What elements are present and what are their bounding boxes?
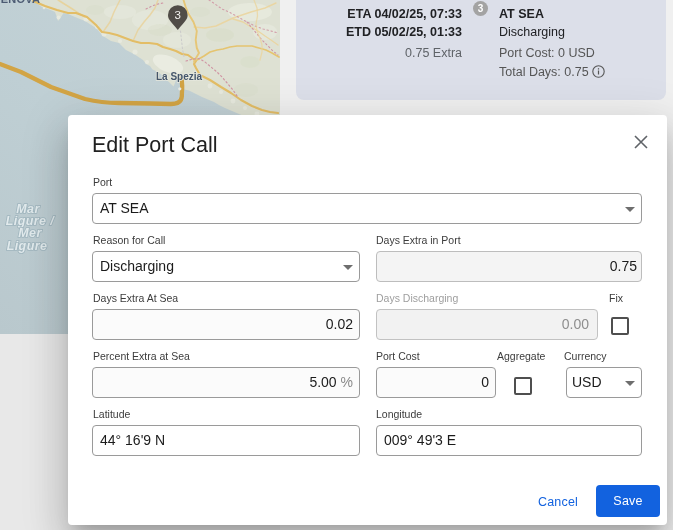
svg-text:3: 3 [175, 9, 181, 21]
svg-text:GENOVA: GENOVA [0, 0, 40, 5]
svg-text:Ligure: Ligure [7, 239, 48, 253]
svg-text:La Spezia: La Spezia [156, 71, 203, 82]
